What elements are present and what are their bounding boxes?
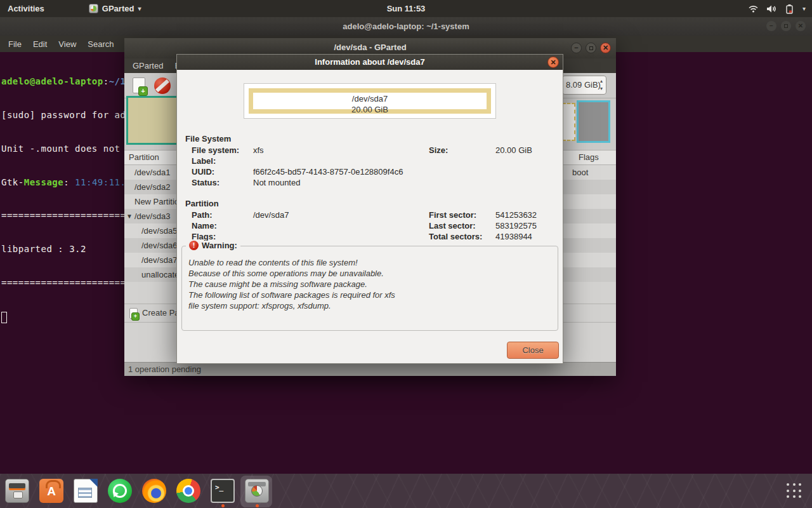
maximize-icon[interactable] — [781, 21, 791, 31]
filesystem-section-header: File System — [185, 134, 231, 144]
close-icon[interactable]: ✕ — [547, 57, 559, 68]
close-icon[interactable]: ✕ — [600, 43, 611, 53]
close-button[interactable]: Close — [507, 342, 559, 359]
path-value: /dev/sda7 — [253, 210, 289, 220]
partition-size-box: /dev/sda7 20.00 GiB — [244, 83, 496, 119]
minimize-icon[interactable]: − — [766, 21, 776, 31]
gparted-title: /dev/sda - GParted — [334, 43, 406, 52]
device-select[interactable]: 8.09 GiB) ▴▾ — [562, 76, 606, 95]
new-partition-icon[interactable] — [133, 77, 145, 93]
total-sectors-label: Total sectors: — [429, 232, 482, 241]
size-value: 20.00 GiB — [495, 145, 532, 155]
path-label: Path: — [192, 210, 213, 220]
create-partition-icon — [129, 308, 138, 319]
flags-label: Flags: — [192, 232, 216, 241]
warning-text: Unable to read the contents of this file… — [188, 257, 395, 311]
running-indicator — [221, 504, 225, 507]
volume-icon — [766, 4, 776, 13]
dock-item-terminal[interactable]: >_ — [211, 479, 235, 503]
dialog-titlebar[interactable]: Information about /dev/sda7 ✕ — [177, 55, 563, 70]
spinner-icon[interactable]: ▴▾ — [600, 77, 603, 93]
system-status-area[interactable]: ▾ — [748, 0, 806, 17]
warning-icon: ! — [189, 241, 199, 250]
running-indicator — [256, 504, 259, 507]
new-partition-visual[interactable] — [562, 103, 575, 141]
dock-item-gparted[interactable] — [245, 479, 269, 503]
dialog-title: Information about /dev/sda7 — [315, 57, 424, 67]
terminal-title: adelo@adelo-laptop: ~/1-system — [343, 22, 469, 31]
maximize-icon[interactable] — [586, 43, 596, 53]
warning-header: Warning: — [202, 241, 237, 250]
dock-item-ubuntu-software[interactable]: A — [39, 479, 63, 503]
desktop: adelo@adelo-laptop: ~/1-system − ✕ File … — [0, 0, 812, 508]
last-sector-label: Last sector: — [429, 221, 476, 231]
menu-gparted[interactable]: GParted — [127, 61, 169, 70]
unallocated-visual[interactable] — [577, 100, 610, 143]
top-bar: Activities GParted ▾ Sun 11:53 ▾ — [0, 0, 812, 17]
minimize-icon[interactable]: − — [571, 43, 582, 53]
dock-item-firefox[interactable] — [142, 479, 166, 503]
fs-value: xfs — [253, 145, 264, 155]
dock-item-libreoffice-writer[interactable] — [74, 479, 98, 503]
first-sector-value: 541253632 — [495, 210, 537, 220]
column-flags[interactable]: Flags — [579, 150, 599, 164]
last-sector-value: 583192575 — [495, 221, 537, 231]
column-partition[interactable]: Partition — [129, 150, 159, 164]
label-label: Label: — [192, 156, 216, 166]
partition-name: /dev/sda7 — [253, 93, 487, 104]
chevron-down-icon: ▾ — [802, 5, 806, 12]
uuid-value: f66f2c45-bd57-4143-8757-0e128809f4c6 — [253, 167, 403, 177]
warning-frame: ! Warning: Unable to read the contents o… — [181, 246, 558, 331]
dock-item-chrome[interactable] — [176, 479, 200, 503]
menu-edit[interactable]: Edit — [27, 39, 53, 49]
show-applications-icon[interactable] — [785, 482, 803, 500]
total-sectors-value: 41938944 — [495, 232, 532, 241]
wifi-icon — [748, 4, 759, 13]
menu-file[interactable]: File — [3, 39, 27, 49]
dock-item-files[interactable] — [5, 479, 29, 503]
partition-section-header: Partition — [185, 199, 219, 208]
gparted-statusbar: 1 operation pending — [124, 362, 616, 376]
close-icon[interactable]: ✕ — [796, 21, 806, 31]
info-dialog[interactable]: Information about /dev/sda7 ✕ /dev/sda7 … — [176, 54, 563, 364]
status-value: Not mounted — [253, 178, 300, 187]
delete-partition-icon[interactable] — [154, 77, 171, 94]
partition-size: 20.00 GiB — [253, 104, 487, 115]
dock-item-whatsapp[interactable] — [108, 479, 132, 503]
status-label: Status: — [192, 178, 219, 187]
expander-icon: ▼ — [126, 209, 133, 224]
battery-icon — [784, 4, 795, 14]
size-label: Size: — [429, 145, 448, 155]
first-sector-label: First sector: — [429, 210, 476, 220]
clock[interactable]: Sun 11:53 — [0, 4, 812, 13]
menu-search[interactable]: Search — [82, 39, 119, 49]
terminal-titlebar[interactable]: adelo@adelo-laptop: ~/1-system − ✕ — [0, 17, 812, 36]
uuid-label: UUID: — [192, 167, 214, 177]
dock: A >_ — [0, 474, 812, 508]
menu-view[interactable]: View — [53, 39, 82, 49]
name-label: Name: — [192, 221, 217, 231]
fs-label: File system: — [192, 145, 239, 155]
